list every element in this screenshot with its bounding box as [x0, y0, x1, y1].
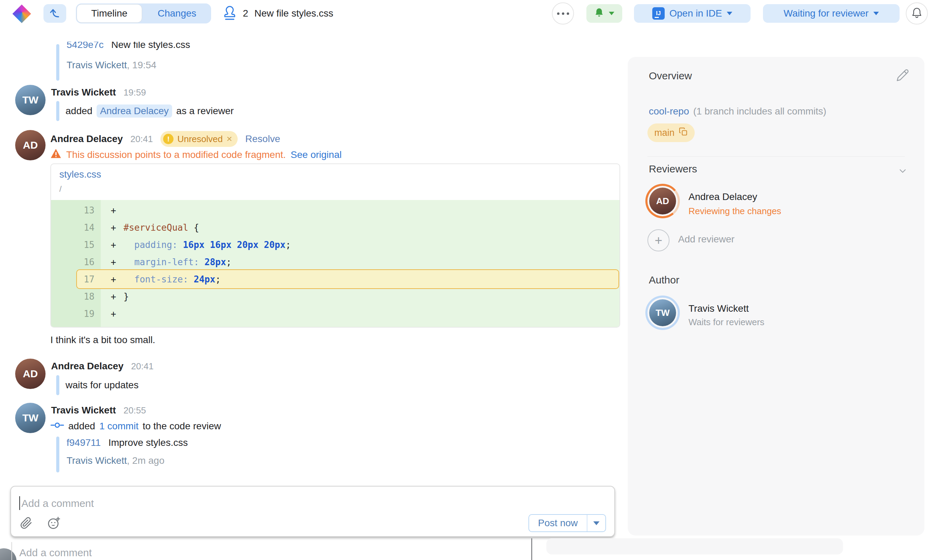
commit-time: , 19:54 — [127, 60, 157, 70]
post-now-label[interactable]: Post now — [529, 515, 587, 531]
bell-icon — [911, 7, 922, 20]
unresolved-badge[interactable]: ! Unresolved × — [160, 131, 238, 147]
open-in-ide-label: Open in IDE — [670, 8, 722, 19]
file-name-link[interactable]: styles.css — [59, 169, 101, 180]
commit-hash-link[interactable]: f949711 — [66, 437, 101, 448]
notifications-button[interactable] — [906, 2, 928, 25]
author-ring: TW — [645, 295, 680, 330]
commit-time: , 2m ago — [127, 455, 165, 466]
text-cursor — [19, 496, 20, 510]
avatar[interactable]: AD — [15, 358, 46, 389]
event-time: 19:59 — [123, 87, 146, 98]
add-reviewer-label[interactable]: Add reviewer — [678, 234, 734, 245]
collapse-chevron-icon[interactable] — [898, 166, 908, 178]
user-mention[interactable]: Andrea Delacey — [97, 105, 172, 118]
commit-entry: f949711 Improve styles.css Travis Wicket… — [56, 437, 367, 472]
chevron-down-icon — [873, 12, 879, 15]
event-text-after: as a reviewer — [176, 106, 234, 117]
code-snippet: styles.css / 13+14+#serviceQual {15+ pad… — [50, 163, 620, 328]
add-reaction-icon[interactable] — [47, 516, 61, 531]
tab-changes[interactable]: Changes — [143, 3, 211, 23]
edit-icon[interactable] — [896, 69, 909, 83]
open-in-ide-button[interactable]: IJ Open in IDE — [634, 4, 750, 23]
author-name[interactable]: Andrea Delacey — [51, 361, 123, 372]
event-text-before: added — [66, 106, 92, 117]
add-reviewer-button[interactable]: + — [647, 229, 670, 251]
more-actions-button[interactable] — [552, 2, 574, 25]
code-line-16[interactable]: 16+ margin-left: 28px; — [51, 254, 619, 271]
post-now-split-button[interactable]: Post now — [528, 514, 606, 532]
comment-editor[interactable]: Add a comment Post now — [10, 486, 615, 537]
app-logo[interactable] — [12, 5, 31, 23]
subscription-bell-button[interactable] — [586, 4, 622, 23]
event-quote-bar — [56, 375, 59, 395]
code-line-15[interactable]: 15+ padding: 16px 16px 20px 20px; — [51, 236, 619, 254]
commit-author-link[interactable]: Travis Wickett — [66, 60, 127, 70]
commit-message: New file styles.css — [111, 42, 190, 50]
code-line-13[interactable]: 13+ — [51, 202, 619, 219]
close-icon[interactable]: × — [226, 134, 232, 145]
ellipsis-icon — [557, 12, 569, 15]
up-arrow-icon — [49, 7, 61, 20]
discussion-header: Andrea Delacey 20:41 ! Unresolved × Reso… — [50, 131, 280, 147]
commit-quote-bar — [56, 437, 59, 472]
review-stamp-icon — [223, 6, 237, 22]
status-update-text: waits for updates — [66, 380, 139, 391]
diff-added-marker: + — [101, 254, 123, 271]
git-commit-icon — [50, 421, 64, 432]
post-options-dropdown[interactable] — [587, 515, 605, 531]
warning-triangle-icon — [50, 148, 62, 161]
resolve-link[interactable]: Resolve — [245, 134, 280, 145]
commit-author-link[interactable]: Travis Wickett — [66, 455, 127, 466]
view-switcher: Timeline Changes — [76, 3, 211, 23]
comment-input-placeholder: Add a comment — [22, 498, 94, 509]
overview-panel: Overview cool-repo (1 branch includes al… — [628, 57, 924, 535]
line-number: 19 — [51, 305, 101, 322]
code-text: font-size: 24px; — [123, 271, 221, 288]
tab-timeline[interactable]: Timeline — [77, 4, 142, 23]
reviewer-name[interactable]: Andrea Delacey — [689, 191, 757, 202]
diff-added-marker: + — [101, 202, 123, 219]
avatar[interactable]: AD — [15, 130, 46, 160]
repo-row: cool-repo (1 branch includes all commits… — [649, 106, 826, 117]
chevron-down-icon — [593, 522, 599, 525]
code-line-19[interactable]: 19+ — [51, 305, 619, 322]
review-state-label: Waiting for reviewer — [784, 8, 869, 19]
chevron-down-icon — [609, 12, 614, 15]
code-line-14[interactable]: 14+#serviceQual { — [51, 219, 619, 236]
avatar[interactable]: TW — [15, 85, 46, 115]
diff-added-marker: + — [101, 271, 123, 288]
avatar[interactable]: TW — [15, 403, 46, 433]
author-name[interactable]: Travis Wickett — [51, 87, 116, 98]
commit-count-link[interactable]: 1 commit — [99, 421, 139, 432]
author-name[interactable]: Travis Wickett — [51, 405, 116, 416]
bottom-composer-border — [11, 542, 12, 560]
commit-hash-link[interactable]: 5429e7c — [66, 42, 103, 50]
bottom-comment-placeholder[interactable]: Add a comment — [19, 547, 92, 558]
see-original-link[interactable]: See original — [291, 149, 342, 160]
commit-message: Improve styles.css — [108, 437, 188, 448]
reviewer-added-event: added Andrea Delacey as a reviewer — [56, 101, 234, 121]
divider — [647, 156, 905, 157]
commit-byline: Travis Wickett, 19:54 — [66, 60, 156, 71]
diff-added-marker: + — [101, 305, 123, 322]
bottom-panel-edge — [546, 538, 843, 554]
author-name[interactable]: Andrea Delacey — [50, 134, 123, 145]
copy-icon[interactable] — [679, 127, 688, 138]
branch-badge[interactable]: main — [647, 123, 695, 142]
avatar[interactable]: AD — [649, 188, 676, 214]
code-line-18[interactable]: 18+} — [51, 288, 619, 305]
attach-file-icon[interactable] — [20, 517, 32, 531]
repo-link[interactable]: cool-repo — [649, 106, 689, 117]
code-line-17[interactable]: 17+ font-size: 24px; — [51, 271, 619, 288]
diff-added-marker: + — [101, 236, 123, 254]
line-number: 14 — [51, 219, 101, 236]
code-text: margin-left: 28px; — [123, 254, 231, 271]
overview-title: Overview — [649, 70, 692, 82]
event-text-after: to the code review — [142, 421, 221, 432]
avatar[interactable]: TW — [649, 299, 676, 326]
back-to-list-button[interactable] — [43, 4, 66, 23]
review-state-dropdown[interactable]: Waiting for reviewer — [763, 4, 900, 23]
author-name[interactable]: Travis Wickett — [689, 303, 749, 314]
warning-text: This discussion points to a modified cod… — [66, 149, 286, 160]
